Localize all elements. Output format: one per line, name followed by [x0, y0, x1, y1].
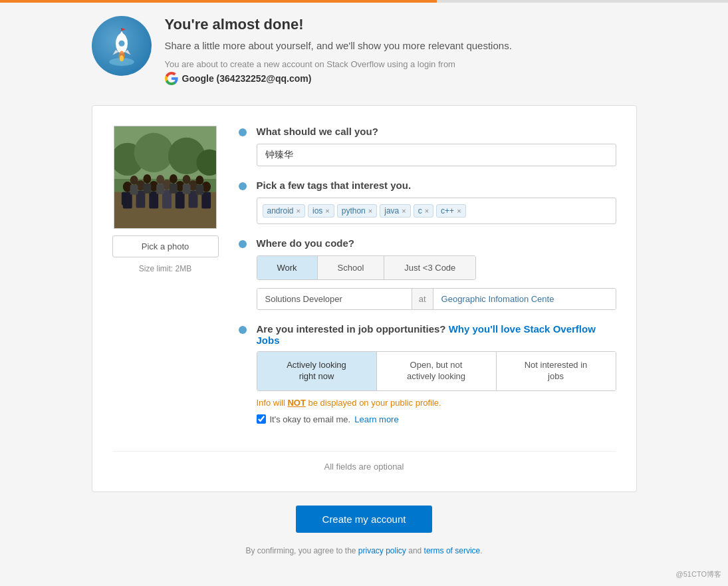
step-dot-3: [239, 240, 247, 248]
info-notice: Info will NOT be displayed on your publi…: [257, 398, 616, 408]
tag-python-remove[interactable]: ×: [368, 207, 372, 215]
tab-school[interactable]: School: [318, 256, 385, 279]
google-account-label: Google (364232252@qq.com): [182, 73, 312, 84]
job-options: Actively lookingright now Open, but nota…: [257, 351, 616, 391]
coding-location-content: Where do you code? Work School Just <3 C…: [257, 237, 616, 310]
job-option-actively-looking[interactable]: Actively lookingright now: [257, 352, 377, 390]
svg-point-33: [130, 176, 138, 185]
tags-group: Pick a few tags that interest you. andro…: [239, 180, 616, 224]
all-optional-label: All fields are optional: [324, 462, 404, 472]
job-opportunities-content: Are you interested in job opportunities?…: [257, 323, 616, 424]
learn-more-link[interactable]: Learn more: [354, 414, 398, 424]
svg-rect-40: [170, 184, 178, 194]
svg-rect-38: [156, 184, 164, 194]
create-account-button[interactable]: Create my account: [296, 506, 433, 533]
login-notice: You are about to create a new account on…: [165, 59, 512, 69]
photo-section: Pick a photo Size limit: 2MB: [112, 126, 219, 438]
svg-point-39: [170, 174, 178, 184]
coding-tab-group: Work School Just <3 Code: [257, 255, 477, 280]
create-btn-wrapper: Create my account: [92, 506, 637, 533]
email-checkbox[interactable]: [257, 414, 266, 424]
tag-android-remove[interactable]: ×: [297, 207, 301, 215]
svg-rect-42: [183, 184, 191, 194]
email-text: It's okay to email me.: [270, 414, 351, 424]
main-card: Pick a photo Size limit: 2MB What should…: [92, 105, 637, 492]
card-footer: All fields are optional: [112, 451, 616, 472]
name-content: What should we call you?: [257, 126, 616, 166]
job-opportunities-group: Are you interested in job opportunities?…: [239, 323, 616, 424]
subtitle: Share a little more about yourself, and …: [165, 39, 512, 53]
rocket-icon: [92, 16, 152, 76]
tag-c-remove[interactable]: ×: [425, 207, 429, 215]
size-limit-label: Size limit: 2MB: [139, 264, 191, 273]
tab-just-code[interactable]: Just <3 Code: [384, 256, 475, 279]
svg-point-43: [195, 176, 203, 185]
name-label: What should we call you?: [257, 126, 616, 137]
watermark: @51CTO博客: [676, 569, 721, 579]
svg-rect-28: [176, 192, 185, 209]
form-section: What should we call you? Pick a few tags…: [239, 126, 616, 438]
svg-rect-36: [143, 184, 151, 194]
pick-photo-button[interactable]: Pick a photo: [112, 235, 219, 257]
svg-rect-20: [126, 192, 130, 206]
page-title: You're almost done!: [165, 16, 512, 33]
tags-content: Pick a few tags that interest you. andro…: [257, 180, 616, 224]
svg-point-37: [156, 175, 164, 184]
svg-point-7: [120, 55, 124, 61]
svg-rect-19: [122, 192, 126, 206]
name-group: What should we call you?: [239, 126, 616, 166]
tag-cpp: c++ ×: [436, 204, 465, 218]
step-dot-2: [239, 182, 247, 190]
terms-text: By confirming, you agree to the privacy …: [92, 546, 637, 555]
svg-rect-32: [201, 192, 211, 209]
job-fields: at: [257, 288, 616, 310]
job-option-not-interested[interactable]: Not interested injobs: [497, 352, 616, 390]
tag-ios-remove[interactable]: ×: [325, 207, 329, 215]
rocket-icon-wrapper: [92, 16, 152, 76]
privacy-policy-link[interactable]: privacy policy: [358, 546, 406, 555]
name-input[interactable]: [257, 144, 616, 166]
svg-point-35: [143, 174, 151, 184]
tag-cpp-remove[interactable]: ×: [457, 207, 461, 215]
svg-point-3: [118, 41, 124, 47]
tag-ios: ios ×: [308, 204, 334, 218]
tags-label: Pick a few tags that interest you.: [257, 180, 616, 191]
coding-location-group: Where do you code? Work School Just <3 C…: [239, 237, 616, 310]
job-company-input[interactable]: [433, 289, 616, 309]
job-opportunities-label: Are you interested in job opportunities?…: [257, 323, 616, 346]
job-title-input[interactable]: [257, 289, 412, 309]
tag-python: python ×: [337, 204, 377, 218]
header-section: You're almost done! Share a little more …: [92, 16, 637, 85]
svg-rect-44: [195, 185, 203, 195]
header-text: You're almost done! Share a little more …: [165, 16, 512, 85]
job-option-open[interactable]: Open, but notactively looking: [377, 352, 497, 390]
coding-location-label: Where do you code?: [257, 237, 616, 249]
job-at-label: at: [412, 289, 433, 309]
google-login: Google (364232252@qq.com): [165, 72, 512, 85]
tag-java: java ×: [380, 204, 410, 218]
tag-android: android ×: [263, 204, 305, 218]
step-dot-4: [239, 326, 247, 334]
step-dot-1: [239, 128, 247, 136]
tags-input[interactable]: android × ios × python × java × c × c++ …: [257, 198, 616, 224]
svg-point-41: [183, 175, 191, 184]
svg-point-13: [134, 133, 174, 172]
tab-work[interactable]: Work: [257, 256, 318, 279]
svg-rect-34: [130, 185, 138, 195]
svg-marker-9: [122, 28, 126, 31]
email-checkbox-row: It's okay to email me. Learn more: [257, 414, 616, 424]
tag-c: c ×: [414, 204, 433, 218]
tag-java-remove[interactable]: ×: [402, 207, 406, 215]
terms-of-service-link[interactable]: terms of service: [424, 546, 481, 555]
svg-rect-24: [149, 192, 158, 209]
profile-photo: [114, 126, 217, 229]
